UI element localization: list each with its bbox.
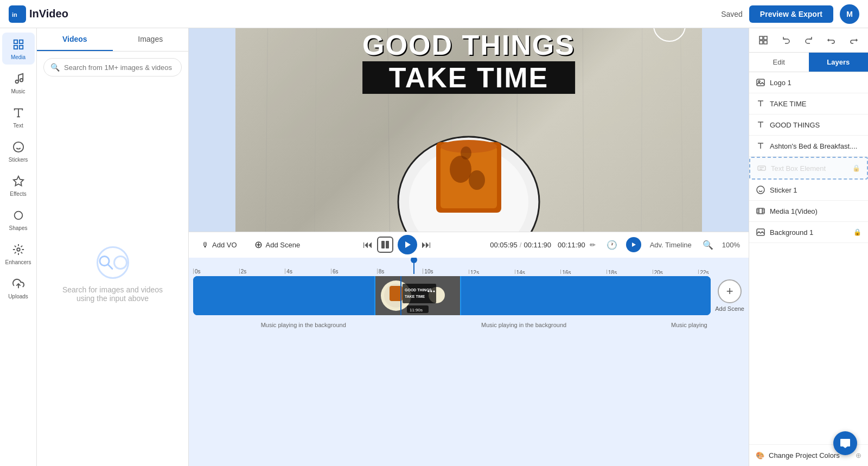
duration-display: 00:11:90 (558, 241, 585, 249)
track-right (478, 276, 711, 315)
tab-videos[interactable]: Videos (37, 28, 113, 51)
sidebar-item-shapes[interactable]: Shapes (2, 203, 35, 235)
canvas-title-box: TAKE TIME (362, 61, 575, 94)
sidebar-item-media[interactable]: Media (2, 33, 35, 65)
logo-icon: in (9, 5, 26, 23)
layer-good-things[interactable]: GOOD THINGS (749, 114, 868, 136)
layer-ashtons[interactable]: Ashton's Bed & Breakfast.... (749, 136, 868, 157)
sidebar-music-label: Music (11, 88, 25, 94)
ruler-mark-16s: 16s (560, 270, 607, 274)
sidebar-item-effects[interactable]: Effects (2, 169, 35, 201)
layer-take-time[interactable]: TAKE TIME (749, 93, 868, 114)
add-scene-button[interactable]: ⊕ Add Scene (250, 237, 305, 253)
svg-rect-65 (758, 166, 765, 170)
layer-media1-name: Media 1(Video) (770, 207, 861, 215)
edit-duration-icon[interactable]: ✏ (590, 241, 596, 249)
svg-rect-71 (757, 208, 764, 214)
tab-layers[interactable]: Layers (809, 53, 869, 72)
canvas[interactable]: GOOD THINGS TAKE TIME LOGO (235, 28, 702, 232)
time-display: 00:05:95 / 00:11:90 00:11:90 ✏ (490, 241, 595, 249)
sidebar-media-label: Media (11, 54, 25, 60)
canvas-area: GOOD THINGS TAKE TIME LOGO (189, 28, 749, 466)
grid-view-button[interactable] (756, 33, 771, 48)
logo: in InVideo (9, 5, 68, 23)
search-box: 🔍 (43, 58, 182, 76)
svg-point-51 (430, 290, 432, 292)
media-tabs: Videos Images (37, 28, 188, 52)
svg-line-19 (265, 28, 268, 232)
text-icon (11, 105, 26, 120)
layer-logo1[interactable]: Logo 1 (749, 72, 868, 93)
sidebar-item-enhancers[interactable]: Enhancers (2, 238, 35, 270)
search-circle-icon (97, 246, 129, 279)
colors-icon: 🎨 (756, 451, 764, 459)
layer-sticker1-name: Sticker 1 (770, 186, 861, 194)
sidebar-shapes-label: Shapes (9, 225, 28, 231)
svg-rect-55 (760, 41, 763, 44)
skip-forward-button[interactable]: ⏭ (422, 239, 431, 251)
scene-view-button[interactable] (377, 237, 393, 253)
search-container: 🔍 (37, 52, 188, 83)
svg-point-14 (14, 212, 22, 220)
sidebar-item-stickers[interactable]: Stickers (2, 135, 35, 167)
adv-timeline-button[interactable]: Adv. Timeline (650, 241, 692, 249)
track-thumbnail: GOOD THINGS TAKE TIME 11:90s (374, 276, 461, 315)
svg-line-24 (583, 28, 584, 232)
svg-rect-45 (403, 284, 436, 303)
chevron-down-icon: ⊕ (856, 451, 861, 459)
add-vo-button[interactable]: 🎙 Add VO (197, 239, 241, 251)
zoom-icon[interactable]: 🔍 (703, 240, 713, 250)
ruler-mark-4s: 4s (285, 269, 331, 274)
skip-back-button[interactable]: ⏮ (363, 239, 373, 251)
logo-text: InVideo (29, 8, 68, 20)
chat-button[interactable] (833, 431, 857, 455)
tab-images[interactable]: Images (113, 28, 189, 51)
svg-point-33 (450, 156, 471, 183)
svg-point-15 (17, 248, 20, 251)
play-button[interactable] (398, 235, 417, 254)
search-input[interactable] (64, 63, 175, 72)
sidebar-item-text[interactable]: Text (2, 101, 35, 133)
timeline-controls: 🎙 Add VO ⊕ Add Scene ⏮ ⏭ 00:05:95 / (189, 232, 749, 258)
ruler-mark-8s: 8s (377, 269, 423, 274)
canvas-title-line2: TAKE TIME (369, 63, 569, 92)
video-track[interactable]: GOOD THINGS TAKE TIME 11:90s (193, 276, 711, 315)
add-scene-area[interactable]: + Add Scene (715, 279, 744, 312)
stickers-icon (11, 139, 26, 155)
total-time: 00:11:90 (524, 241, 551, 249)
svg-line-20 (314, 28, 317, 232)
uploads-icon (11, 276, 26, 291)
preview-export-button[interactable]: Preview & Export (749, 5, 833, 23)
layer-textbox-icon (757, 163, 767, 173)
avatar[interactable]: M (840, 4, 859, 24)
layer-logo1-name: Logo 1 (770, 79, 861, 87)
redo-icon-btn[interactable] (801, 33, 816, 48)
undo-back-button[interactable] (824, 33, 839, 48)
effects-icon (11, 174, 26, 189)
layer-media1[interactable]: Media 1(Video) (749, 201, 868, 222)
change-colors-label: Change Project Colors (769, 451, 840, 459)
redo-forward-button[interactable] (846, 33, 861, 48)
layer-background1[interactable]: Background 1 🔒 (749, 222, 868, 243)
sidebar-text-label: Text (13, 123, 23, 129)
layer-textbox[interactable]: Text Box Element 🔒 (749, 157, 868, 180)
clock-icon[interactable]: 🕐 (607, 240, 617, 250)
plate-toast-svg (382, 93, 556, 232)
timeline-play-button[interactable] (626, 237, 641, 252)
microphone-icon: 🎙 (202, 241, 209, 249)
layer-sticker1[interactable]: Sticker 1 (749, 180, 868, 201)
layer-bg-icon (756, 227, 765, 237)
layer-text-icon-1 (756, 99, 765, 108)
canvas-wrapper: GOOD THINGS TAKE TIME LOGO (189, 28, 749, 232)
sidebar-item-uploads[interactable]: Uploads (2, 272, 35, 304)
search-icon: 🔍 (50, 63, 60, 72)
time-divider: / (520, 241, 522, 249)
svg-point-52 (433, 290, 435, 292)
tab-edit[interactable]: Edit (749, 53, 809, 72)
undo-icon-btn[interactable] (778, 33, 794, 48)
layers-list: Logo 1 TAKE TIME GOOD THINGS (749, 72, 868, 444)
svg-marker-38 (405, 241, 411, 248)
timeline-tracks: GOOD THINGS TAKE TIME 11:90s (189, 274, 749, 467)
svg-rect-5 (19, 46, 22, 49)
sidebar-item-music[interactable]: Music (2, 67, 35, 99)
